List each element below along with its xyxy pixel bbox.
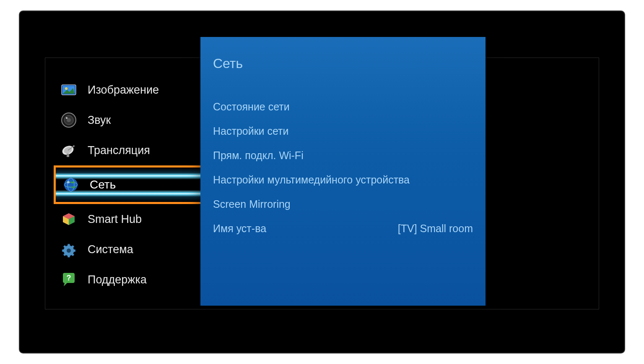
sidebar-item-smarthub[interactable]: Smart Hub [56,204,200,234]
detail-panel: Сеть Состояние сети Настройки сети Прям.… [200,37,486,306]
panel-item-label: Screen Mirroring [213,198,291,210]
svg-rect-11 [67,154,69,157]
svg-text:?: ? [67,274,71,282]
panel-item-value: [TV] Small room [398,223,473,235]
sidebar-item-label: Трансляция [88,144,150,157]
svg-point-15 [67,181,70,183]
sidebar-item-picture[interactable]: Изображение [56,75,200,105]
sidebar-item-broadcast[interactable]: Трансляция [56,135,200,165]
svg-point-5 [67,118,71,122]
picture-icon [60,81,78,99]
panel-item-multimedia-device[interactable]: Настройки мультимедийного устройства [213,168,473,192]
panel-item-label: Настройки сети [213,125,289,137]
panel-item-label: Имя уст-ва [213,223,266,235]
sidebar-item-label: Изображение [88,84,159,97]
settings-container: Изображение Звук [45,58,599,309]
svg-point-12 [64,178,78,191]
gear-icon [60,241,78,258]
sidebar-item-label: Система [88,243,133,256]
speaker-icon [60,111,78,129]
panel-item-label: Состояние сети [213,101,290,113]
sidebar-item-sound[interactable]: Звук [56,105,200,135]
sidebar-item-label: Сеть [90,178,116,191]
sidebar-item-system[interactable]: Система [56,234,200,264]
sidebar-item-support[interactable]: ? Поддержка [56,264,200,295]
svg-point-10 [73,145,75,147]
panel-item-label: Прям. подкл. Wi-Fi [213,149,304,162]
sidebar: Изображение Звук [45,58,200,309]
svg-point-2 [65,87,68,90]
panel-item-device-name[interactable]: Имя уст-ва [TV] Small room [213,216,473,241]
sidebar-item-label: Smart Hub [88,213,142,226]
tv-frame: Изображение Звук [19,10,625,354]
sidebar-item-label: Поддержка [88,273,147,286]
svg-point-16 [67,249,71,253]
svg-point-6 [66,117,68,119]
sidebar-item-network[interactable]: Сеть [54,165,203,204]
panel-item-label: Настройки мультимедийного устройства [213,174,410,186]
panel-item-network-status[interactable]: Состояние сети [213,94,473,119]
cube-icon [60,210,78,228]
speech-bubble-icon: ? [60,271,78,288]
panel-item-wifi-direct[interactable]: Прям. подкл. Wi-Fi [213,143,473,168]
panel-title: Сеть [213,56,473,71]
satellite-dish-icon [60,141,78,159]
sidebar-item-label: Звук [88,114,111,127]
globe-icon [62,176,80,194]
panel-item-network-settings[interactable]: Настройки сети [213,119,473,143]
panel-item-screen-mirroring[interactable]: Screen Mirroring [213,192,473,216]
